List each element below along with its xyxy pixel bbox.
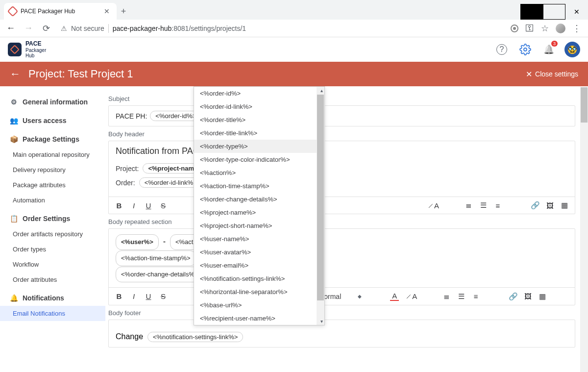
window-minimize[interactable] [520, 4, 543, 20]
svg-point-0 [524, 48, 527, 51]
sidebar-item-notifications[interactable]: 🔔Notifications [0, 290, 105, 306]
clear-format-icon[interactable]: ⟋A [405, 292, 414, 300]
browser-tab[interactable]: PACE Packager Hub ✕ [4, 3, 117, 20]
content-area: ⚙General information 👥Users access 📦Pack… [0, 86, 588, 372]
sidebar-item-general[interactable]: ⚙General information [0, 94, 105, 110]
app-logo-text: PACE Packager Hub [25, 41, 46, 58]
scroll-up-icon[interactable]: ▴ [320, 88, 323, 93]
sidebar-item-pkg-attr[interactable]: Package attributes [0, 177, 105, 193]
sidebar-item-order-types[interactable]: Order types [0, 242, 105, 257]
sidebar-item-order-artifacts[interactable]: Order artifacts repository [0, 226, 105, 242]
link-icon[interactable]: 🔗 [531, 201, 539, 210]
new-tab-button[interactable]: + [117, 6, 130, 20]
app-logo-icon[interactable] [8, 43, 22, 56]
image-icon[interactable]: 🖼 [545, 201, 554, 210]
underline-icon[interactable]: U [144, 292, 153, 300]
address-bar[interactable]: Not secure pace-packager-hub:8081/settin… [57, 22, 507, 35]
page-back-button[interactable] [10, 68, 28, 80]
dropdown-option[interactable]: <%order-type-color-indicator%> [194, 153, 324, 166]
profile-toggle-icon[interactable] [511, 25, 518, 32]
dropdown-option[interactable]: <%order-title-link%> [194, 126, 324, 140]
italic-icon[interactable]: I [129, 201, 138, 210]
user-avatar[interactable]: 🥸 [564, 42, 580, 57]
dropdown-option[interactable]: <%horizontal-line-separator%> [194, 285, 324, 298]
sidebar-item-automation[interactable]: Automation [0, 193, 105, 208]
ul-icon[interactable]: ☰ [457, 292, 466, 301]
ol-icon[interactable]: ≣ [464, 201, 473, 210]
dropdown-option[interactable]: <%order-title%> [194, 113, 324, 126]
tag-nsl[interactable]: <%notification-settings-link%> [147, 332, 243, 342]
italic-icon[interactable]: I [129, 292, 138, 300]
scroll-thumb[interactable] [317, 95, 324, 300]
dropdown-option[interactable]: <%project-name%> [194, 206, 324, 219]
dropdown-option[interactable]: <%action%> [194, 166, 324, 179]
body-header-editor[interactable]: Notification from PAC Project: <%project… [108, 141, 575, 214]
sidebar-item-order-settings[interactable]: 📋Order Settings [0, 211, 105, 226]
settings-gear-icon[interactable] [517, 42, 533, 57]
underline-icon[interactable]: U [144, 201, 153, 210]
url-host: pace-packager-hub [113, 25, 172, 32]
dropdown-option[interactable]: <%notification-settings-link%> [194, 272, 324, 285]
page-scroll-thumb[interactable] [581, 87, 588, 123]
bookmark-icon[interactable] [541, 23, 549, 34]
notification-badge: 3 [551, 41, 558, 47]
image-icon[interactable]: 🖼 [523, 292, 532, 300]
order-tag[interactable]: <%order-id-link% [139, 177, 198, 188]
sidebar-item-package-settings[interactable]: 📦Package Settings [0, 131, 105, 147]
table-icon[interactable]: ▦ [560, 201, 569, 210]
tag-user[interactable]: <%user%> [116, 234, 159, 250]
dropdown-option[interactable]: <%action-time-stamp%> [194, 179, 324, 193]
password-icon[interactable] [525, 23, 534, 33]
dropdown-option[interactable]: <%order-id-link%> [194, 100, 324, 113]
rich-toolbar-2: B I U S ❝ </> Normal Normal A ⟋A [109, 287, 575, 305]
scroll-down-icon[interactable]: ▾ [320, 319, 323, 324]
page-scrollbar[interactable] [580, 87, 588, 372]
strike-icon[interactable]: S [159, 201, 168, 210]
tab-close-icon[interactable]: ✕ [102, 7, 112, 15]
font-select[interactable]: Normal [319, 293, 362, 300]
sidebar-item-delivery-repo[interactable]: Delivery repository [0, 162, 105, 177]
sidebar-item-workflow[interactable]: Workflow [0, 257, 105, 272]
sidebar-item-users[interactable]: 👥Users access [0, 113, 105, 128]
dropdown-option[interactable]: <%order-change-details%> [194, 193, 324, 206]
dropdown-option[interactable]: <%user-email%> [194, 259, 324, 272]
close-settings-button[interactable]: Close settings [526, 70, 578, 79]
table-icon[interactable]: ▦ [538, 292, 547, 301]
nav-reload-button[interactable] [39, 22, 53, 35]
text-color-icon[interactable]: A [390, 292, 399, 301]
dropdown-option[interactable]: <%order-id%> [194, 87, 324, 100]
dropdown-option[interactable]: <%order-type%> [194, 140, 324, 153]
sidebar-item-order-attr[interactable]: Order attributes [0, 272, 105, 287]
body-footer-editor[interactable]: Change <%notification-settings-link%> [108, 320, 575, 347]
bold-icon[interactable]: B [115, 292, 123, 300]
align-icon[interactable]: ≡ [493, 201, 502, 210]
dropdown-scrollbar[interactable]: ▴ ▾ [317, 87, 324, 325]
help-icon[interactable] [494, 42, 510, 57]
sidebar-item-main-repo[interactable]: Main operational repository [0, 147, 105, 162]
dropdown-option[interactable]: <%user-avatar%> [194, 246, 324, 259]
link-icon[interactable]: 🔗 [509, 292, 517, 301]
dropdown-option[interactable]: <%project-short-name%> [194, 219, 324, 232]
body-repeated-label: Body repeated section [108, 218, 575, 225]
align-icon[interactable]: ≡ [471, 292, 480, 300]
tag-action-ts[interactable]: <%action-time-stamp%> [116, 250, 196, 266]
tag-ocd[interactable]: <%order-change-details%> [116, 267, 204, 282]
bold-icon[interactable]: B [115, 201, 123, 210]
nav-back-button[interactable] [4, 22, 18, 35]
sidebar-item-email-notif[interactable]: Email Notifications [0, 306, 105, 321]
ul-icon[interactable]: ☰ [479, 201, 488, 210]
chrome-profile-icon[interactable] [556, 24, 565, 33]
strike-icon[interactable]: S [159, 292, 168, 300]
ol-icon[interactable]: ≣ [442, 292, 451, 301]
subject-field[interactable]: PACE PH: <%order-id%> - [108, 105, 575, 126]
window-close[interactable] [565, 4, 588, 20]
dropdown-option[interactable]: <%base-url%> [194, 298, 324, 312]
clear-format-icon[interactable]: ⟋A [427, 201, 436, 210]
nav-forward-button [22, 22, 35, 35]
dropdown-option[interactable]: <%recipient-user-name%> [194, 312, 324, 325]
body-repeated-editor[interactable]: <%user%> - <%action% <%action-time-stamp… [108, 228, 575, 305]
dropdown-option[interactable]: <%user-name%> [194, 232, 324, 246]
notifications-bell-icon[interactable]: 3 [541, 42, 557, 57]
window-maximize[interactable] [543, 4, 565, 20]
chrome-menu-icon[interactable] [572, 23, 581, 34]
